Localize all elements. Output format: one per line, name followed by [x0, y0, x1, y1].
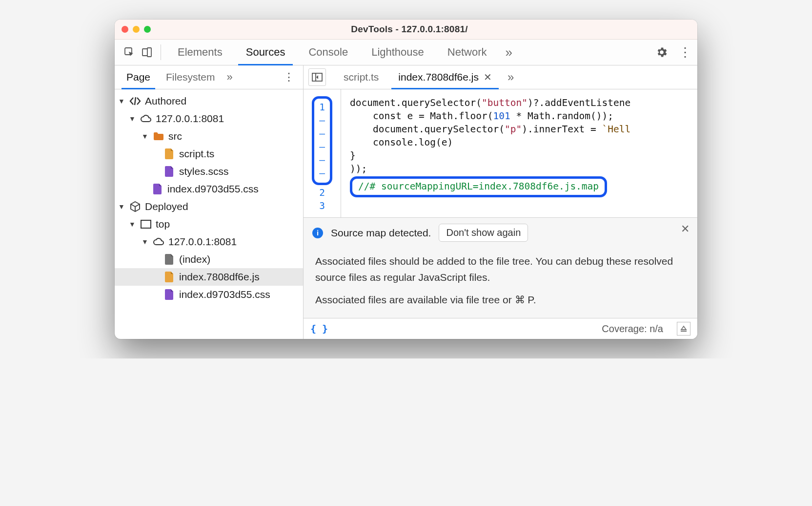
- device-toolbar-icon[interactable]: [138, 43, 156, 61]
- coverage-label: Coverage: n/a: [602, 323, 663, 335]
- pretty-print-icon[interactable]: { }: [310, 323, 328, 335]
- tree-group-deployed[interactable]: ▼ Deployed: [115, 198, 303, 215]
- svg-rect-2: [147, 48, 151, 57]
- nav-tab-filesystem[interactable]: Filesystem: [158, 65, 223, 89]
- navigator-pane: Page Filesystem » ⋮ ▼ Authored ▼ 127.0.0…: [115, 65, 304, 339]
- css-file-icon: [163, 289, 175, 300]
- code-editor[interactable]: 1 – – – – – 2 3 document.querySelector("…: [304, 89, 697, 217]
- navigator-tabs: Page Filesystem » ⋮: [115, 65, 303, 89]
- tab-sources[interactable]: Sources: [234, 40, 297, 65]
- editor-pane: script.ts index.7808df6e.js ✕ » 1 – – – …: [304, 65, 697, 339]
- close-info-icon[interactable]: ✕: [681, 223, 690, 235]
- zoom-window-button[interactable]: [144, 26, 151, 33]
- js-file-icon: [163, 148, 175, 160]
- titlebar: DevTools - 127.0.0.1:8081/: [115, 20, 697, 40]
- sourcemap-highlight-box: //# sourceMappingURL=index.7808df6e.js.m…: [350, 176, 607, 197]
- window-title: DevTools - 127.0.0.1:8081/: [162, 24, 657, 35]
- file-tab-index-js[interactable]: index.7808df6e.js ✕: [388, 65, 502, 89]
- tree-folder-src[interactable]: ▼ src: [115, 127, 303, 145]
- kebab-menu-icon[interactable]: ⋮: [679, 49, 691, 56]
- nav-tabs-overflow-icon[interactable]: »: [223, 71, 236, 84]
- frame-icon: [140, 218, 152, 230]
- editor-status-bar: { } Coverage: n/a: [304, 318, 697, 339]
- nav-kebab-menu-icon[interactable]: ⋮: [279, 71, 299, 84]
- file-tabs: script.ts index.7808df6e.js ✕ »: [304, 65, 697, 89]
- sourcemap-explanation: Associated files should be added to the …: [304, 248, 697, 318]
- tree-file-styles-scss[interactable]: styles.scss: [115, 163, 303, 180]
- tree-group-authored[interactable]: ▼ Authored: [115, 92, 303, 110]
- minimize-window-button[interactable]: [133, 26, 140, 33]
- inspect-element-icon[interactable]: [121, 43, 138, 61]
- svg-rect-3: [141, 220, 151, 228]
- css-file-icon: [163, 166, 175, 177]
- settings-icon[interactable]: [655, 46, 668, 59]
- tree-frame-top[interactable]: ▼ top: [115, 215, 303, 233]
- file-tabs-overflow-icon[interactable]: »: [502, 65, 520, 89]
- code-gutter[interactable]: 1 – – – – – 2 3: [304, 89, 341, 217]
- info-message: Source map detected.: [331, 227, 431, 239]
- document-file-icon: [163, 253, 175, 265]
- js-file-icon: [163, 271, 175, 283]
- devtools-window: DevTools - 127.0.0.1:8081/ Elements Sour…: [115, 20, 697, 339]
- gutter-highlight-box: 1 – – – – –: [312, 96, 332, 185]
- cloud-icon: [140, 113, 152, 125]
- file-tree: ▼ Authored ▼ 127.0.0.1:8081 ▼ src script…: [115, 89, 303, 339]
- folder-icon: [153, 130, 164, 142]
- tree-file-script-ts[interactable]: script.ts: [115, 145, 303, 163]
- code-content[interactable]: document.querySelector("button")?.addEve…: [341, 89, 697, 217]
- close-tab-icon[interactable]: ✕: [484, 71, 492, 83]
- panel-tabs: Elements Sources Console Lighthouse Netw…: [115, 40, 697, 65]
- file-tab-script-ts[interactable]: script.ts: [334, 65, 388, 89]
- close-window-button[interactable]: [122, 26, 128, 33]
- tree-file-authored-root-css[interactable]: index.d9703d55.css: [115, 180, 303, 198]
- toggle-navigator-icon[interactable]: [308, 68, 326, 86]
- show-drawer-icon[interactable]: [677, 322, 690, 336]
- sourcemap-info-bar: i Source map detected. Don't show again …: [304, 217, 697, 248]
- info-icon: i: [312, 228, 323, 238]
- cloud-icon: [153, 236, 164, 248]
- css-file-icon: [152, 183, 163, 195]
- tree-host-deployed[interactable]: ▼ 127.0.0.1:8081: [115, 233, 303, 251]
- tree-file-index-html[interactable]: (index): [115, 251, 303, 268]
- tab-lighthouse[interactable]: Lighthouse: [360, 40, 436, 65]
- tree-file-index-css[interactable]: index.d9703d55.css: [115, 286, 303, 303]
- package-icon: [129, 201, 141, 212]
- traffic-lights: [122, 26, 151, 33]
- code-icon: [129, 95, 141, 107]
- tab-elements[interactable]: Elements: [166, 40, 234, 65]
- dont-show-again-button[interactable]: Don't show again: [439, 224, 528, 242]
- nav-tab-page[interactable]: Page: [119, 65, 158, 89]
- panel-tabs-overflow-icon[interactable]: »: [499, 45, 519, 60]
- tree-file-index-js[interactable]: index.7808df6e.js: [115, 268, 303, 286]
- tab-console[interactable]: Console: [297, 40, 360, 65]
- tab-network[interactable]: Network: [436, 40, 499, 65]
- tree-host-authored[interactable]: ▼ 127.0.0.1:8081: [115, 110, 303, 127]
